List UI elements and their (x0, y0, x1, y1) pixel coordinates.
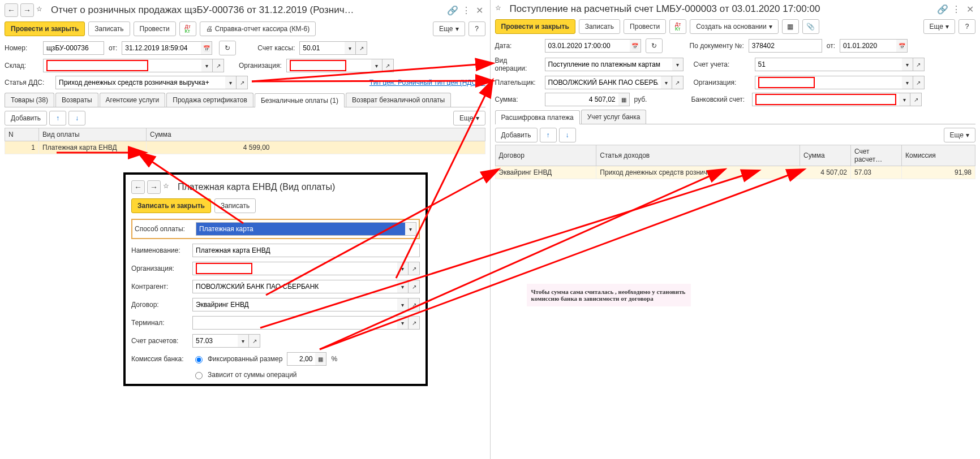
menu-icon[interactable]: ⋮ (951, 3, 962, 15)
dropdown-icon[interactable]: ▾ (405, 222, 416, 236)
post-button[interactable]: Провести (624, 19, 666, 34)
date-input[interactable] (545, 39, 630, 53)
tab-cashless-return[interactable]: Возврат безналичной оплаты (346, 93, 451, 107)
menu-icon[interactable]: ⋮ (461, 5, 472, 16)
calendar-icon[interactable]: 📅 (630, 39, 641, 53)
calendar-icon[interactable]: 📅 (201, 41, 212, 55)
post-close-button[interactable]: Провести и закрыть (5, 21, 85, 36)
warehouse-input[interactable] (43, 59, 201, 72)
tab-agency[interactable]: Агентские услуги (100, 93, 166, 107)
post-close-button[interactable]: Провести и закрыть (495, 19, 575, 34)
attach-icon[interactable]: 📎 (802, 19, 819, 34)
km6-button[interactable]: 🖨 Справка-отчет кассира (КМ-6) (200, 21, 316, 36)
org-input[interactable] (755, 76, 902, 89)
move-down-icon[interactable]: ↓ (68, 111, 85, 125)
commission-value-input[interactable] (287, 352, 315, 366)
tab-goods[interactable]: Товары (38) (5, 93, 54, 107)
tab-certs[interactable]: Продажа сертификатов (166, 93, 253, 107)
name-input[interactable] (192, 244, 420, 257)
dt-kt-icon[interactable]: ДтКт (179, 21, 196, 36)
related-icon[interactable]: ▦ (782, 19, 799, 34)
terminal-input[interactable] (192, 316, 397, 330)
operation-type-input[interactable] (545, 58, 672, 71)
open-icon[interactable]: ↗ (249, 334, 260, 348)
forward-button[interactable]: → (147, 180, 161, 194)
date-input[interactable] (122, 41, 201, 55)
open-icon[interactable]: ↗ (409, 262, 420, 275)
tab-returns[interactable]: Возвраты (55, 93, 98, 107)
settlement-account-input[interactable] (192, 334, 238, 348)
add-button[interactable]: Добавить (5, 111, 47, 125)
payer-input[interactable] (545, 76, 661, 89)
open-icon[interactable]: ↗ (409, 280, 420, 293)
dropdown-icon[interactable]: ▾ (397, 262, 409, 275)
depends-radio[interactable]: Зависит от суммы операций (192, 370, 297, 379)
more-button[interactable]: Еще ▾ (453, 111, 485, 125)
sum-input[interactable] (545, 93, 618, 106)
dropdown-icon[interactable]: ▾ (902, 58, 913, 71)
open-icon[interactable]: ↗ (382, 59, 394, 72)
table-row[interactable]: 1 Платежная карта ЕНВД 4 599,00 (5, 141, 485, 154)
tab-bank-services[interactable]: Учет услуг банка (581, 110, 647, 124)
create-based-button[interactable]: Создать на основании ▾ (690, 19, 779, 34)
favorite-icon[interactable]: ☆ (163, 182, 173, 192)
dropdown-icon[interactable]: ▾ (397, 316, 409, 330)
write-button[interactable]: Записать (214, 198, 256, 213)
dds-input[interactable] (55, 76, 225, 89)
calculator-icon[interactable]: ▦ (315, 352, 326, 366)
open-icon[interactable]: ↗ (213, 59, 224, 72)
write-button[interactable]: Записать (88, 21, 130, 36)
fixed-radio[interactable]: Фиксированный размер (192, 354, 282, 363)
open-icon[interactable]: ↗ (672, 76, 684, 89)
more-button[interactable]: Еще ▾ (944, 128, 975, 142)
tab-cashless[interactable]: Безналичные оплаты (1) (255, 93, 345, 107)
open-icon[interactable]: ↗ (356, 41, 367, 55)
back-button[interactable]: ← (5, 3, 18, 17)
account-input[interactable] (755, 58, 902, 71)
add-button[interactable]: Добавить (495, 128, 538, 142)
dropdown-icon[interactable]: ▾ (225, 76, 237, 89)
contract-input[interactable] (192, 298, 397, 311)
back-button[interactable]: ← (131, 180, 145, 194)
dropdown-icon[interactable]: ▾ (899, 93, 910, 106)
post-button[interactable]: Провести (134, 21, 176, 36)
dt-kt-icon[interactable]: ДтКт (669, 19, 686, 34)
number-input[interactable] (43, 41, 104, 55)
open-icon[interactable]: ↗ (409, 316, 420, 330)
open-icon[interactable]: ↗ (913, 76, 925, 89)
table-row[interactable]: Эквайринг ЕНВД Приход денежных средств р… (495, 166, 975, 179)
dropdown-icon[interactable]: ▾ (345, 41, 356, 55)
cash-account-input[interactable] (299, 41, 345, 55)
open-icon[interactable]: ↗ (910, 93, 922, 106)
dropdown-icon[interactable]: ▾ (397, 280, 409, 293)
calculator-icon[interactable]: ▦ (618, 93, 630, 106)
method-input[interactable] (196, 222, 405, 236)
forward-button[interactable]: → (20, 3, 34, 17)
close-icon[interactable]: ✕ (964, 3, 975, 15)
move-up-icon[interactable]: ↑ (540, 128, 557, 142)
org-input[interactable] (286, 59, 371, 72)
link-icon[interactable]: 🔗 (937, 3, 948, 15)
more-button[interactable]: Еще ▾ (923, 19, 955, 34)
open-icon[interactable]: ↗ (913, 58, 925, 71)
bank-account-input[interactable] (752, 93, 899, 106)
move-up-icon[interactable]: ↑ (49, 111, 66, 125)
calendar-icon[interactable]: 📅 (896, 39, 908, 53)
org-input[interactable] (192, 262, 397, 275)
close-icon[interactable]: ✕ (474, 5, 485, 16)
dropdown-icon[interactable]: ▾ (672, 58, 684, 71)
tab-breakdown[interactable]: Расшифровка платежа (495, 110, 580, 124)
save-close-button[interactable]: Записать и закрыть (131, 198, 211, 213)
price-type-link[interactable]: Тип цен: Розничный тип цен (НДС … (369, 79, 485, 86)
write-button[interactable]: Записать (579, 19, 620, 34)
contractor-input[interactable] (192, 280, 397, 293)
dropdown-icon[interactable]: ▾ (238, 334, 249, 348)
doc-num-input[interactable] (749, 39, 822, 53)
refresh-icon[interactable]: ↻ (646, 38, 663, 53)
doc-from-input[interactable] (840, 39, 896, 53)
dropdown-icon[interactable]: ▾ (201, 59, 213, 72)
dropdown-icon[interactable]: ▾ (397, 298, 409, 311)
dropdown-icon[interactable]: ▾ (371, 59, 382, 72)
help-icon[interactable]: ? (958, 19, 975, 34)
open-icon[interactable]: ↗ (409, 298, 420, 311)
